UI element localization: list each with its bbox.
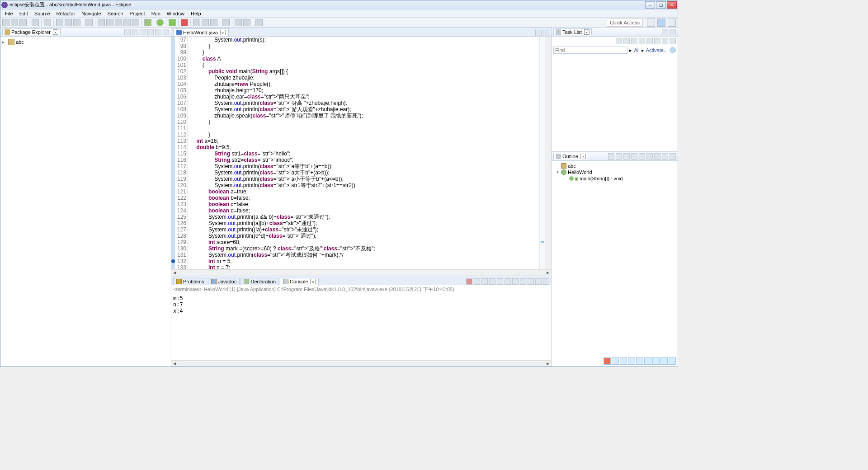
open-console-dd-icon[interactable]: [528, 278, 534, 285]
bookmark-icon[interactable]: [132, 19, 139, 26]
ime-comma-icon[interactable]: [628, 357, 635, 365]
forward-icon[interactable]: [243, 19, 250, 26]
hide-icon[interactable]: [654, 38, 660, 44]
editor-maximize-icon[interactable]: [543, 30, 549, 36]
line-number-ruler[interactable]: 9798991001011021031041051061071081091101…: [175, 37, 188, 269]
menu-run[interactable]: Run: [149, 10, 163, 17]
sync-icon[interactable]: [646, 38, 653, 44]
debug-icon[interactable]: [144, 19, 151, 26]
quick-access[interactable]: Quick Access: [607, 19, 643, 27]
outline-menu-icon[interactable]: [654, 153, 660, 160]
outline-class[interactable]: ▾ HelloWorld: [553, 169, 676, 175]
link-editor-icon[interactable]: [132, 29, 138, 35]
console-max-icon[interactable]: [543, 278, 549, 285]
menu-navigate[interactable]: Navigate: [79, 10, 104, 17]
hide-fields-icon[interactable]: [623, 153, 630, 160]
task-list-close-icon[interactable]: ×: [584, 29, 590, 35]
menu-window[interactable]: Window: [164, 10, 187, 17]
new-package-icon[interactable]: [73, 19, 80, 26]
editor-scrollbar-horizontal[interactable]: ◀ ▶: [171, 269, 551, 276]
marker-ruler[interactable]: [171, 37, 175, 269]
save-all-icon[interactable]: [19, 19, 27, 26]
hide-nonpublic-icon[interactable]: [639, 153, 645, 160]
minimize-button[interactable]: ─: [645, 1, 655, 9]
help-icon[interactable]: [670, 47, 676, 53]
console-scrollbar-horizontal[interactable]: ◀▶: [171, 360, 551, 367]
focus-task-icon[interactable]: [140, 29, 146, 35]
outline-tree[interactable]: abc ▾ HelloWorld s main(String[]) : void: [552, 161, 678, 367]
display-console-icon[interactable]: [520, 278, 526, 285]
new-java-icon[interactable]: [65, 19, 72, 26]
sort-icon[interactable]: [616, 153, 622, 160]
console-output[interactable]: m:5 n:7 x:4: [171, 294, 551, 360]
editor-tab-close-icon[interactable]: ×: [220, 30, 226, 35]
java-perspective-icon[interactable]: [657, 19, 665, 27]
skip-breakpoints-icon[interactable]: [56, 19, 63, 26]
maximize-button[interactable]: ▢: [656, 1, 666, 9]
view-menu-icon[interactable]: [147, 29, 154, 35]
pin-console-icon[interactable]: [512, 278, 519, 285]
activate-link[interactable]: Activate...: [646, 47, 668, 53]
refresh-icon[interactable]: [85, 19, 93, 26]
editor-scrollbar-vertical[interactable]: [545, 37, 551, 269]
console-close-icon[interactable]: ×: [310, 279, 316, 284]
build-icon[interactable]: [32, 19, 39, 26]
word-wrap-icon[interactable]: [505, 278, 511, 285]
categorize-icon[interactable]: [623, 38, 630, 44]
ime-kbd-icon[interactable]: [644, 357, 651, 365]
all-filter[interactable]: All: [634, 47, 639, 53]
menu-refactor[interactable]: Refactor: [54, 10, 78, 17]
ime-moon-icon[interactable]: [620, 357, 627, 365]
collapse-all-icon[interactable]: [124, 29, 131, 35]
outline-min-icon[interactable]: [662, 153, 668, 160]
sogou-icon[interactable]: [604, 357, 611, 365]
close-button[interactable]: ✕: [667, 1, 677, 9]
open-task-icon[interactable]: [202, 19, 209, 26]
save-icon[interactable]: [11, 19, 18, 26]
terminate-icon[interactable]: [466, 278, 472, 285]
run-icon[interactable]: [156, 19, 164, 26]
menu-file[interactable]: File: [2, 10, 16, 17]
console-min-icon[interactable]: [535, 278, 542, 285]
editor-tab-helloworld[interactable]: HelloWorld.java ×: [173, 28, 229, 36]
outline-close-icon[interactable]: ×: [580, 154, 586, 159]
tab-javadoc[interactable]: Javadoc: [208, 278, 240, 285]
ext-tools-icon[interactable]: [181, 19, 188, 26]
task-icon[interactable]: [123, 19, 131, 26]
ime-lang-icon[interactable]: [612, 357, 619, 365]
search-icon[interactable]: [106, 19, 113, 26]
tree-project-abc[interactable]: ▸ abc: [2, 38, 169, 46]
open-console-icon[interactable]: [44, 19, 51, 26]
open-type-icon[interactable]: [98, 19, 105, 26]
open-perspective-icon[interactable]: [647, 19, 655, 27]
tab-declaration[interactable]: Declaration: [241, 278, 279, 285]
remove-all-icon[interactable]: [481, 278, 488, 285]
menu-edit[interactable]: Edit: [17, 10, 31, 17]
back-icon[interactable]: [235, 19, 242, 26]
ime-mic-icon[interactable]: [636, 357, 643, 365]
tab-problems[interactable]: Problems: [173, 278, 207, 285]
menu-source[interactable]: Source: [32, 10, 53, 17]
collapse-icon[interactable]: [662, 38, 668, 44]
outline-method-main[interactable]: s main(String[]) : void: [553, 175, 676, 182]
overview-ruler[interactable]: [539, 37, 545, 269]
menu-search[interactable]: Search: [105, 10, 126, 17]
scroll-lock-icon[interactable]: [497, 278, 503, 285]
new-icon[interactable]: [2, 19, 9, 26]
new-task-icon[interactable]: [616, 38, 622, 44]
hide-local-icon[interactable]: [646, 153, 653, 160]
task-menu-icon[interactable]: [670, 38, 676, 44]
last-edit-icon[interactable]: [222, 19, 230, 26]
package-explorer-tree[interactable]: ▸ abc: [0, 37, 171, 367]
code-editor[interactable]: 9798991001011021031041051061071081091101…: [171, 37, 551, 269]
ime-tool-icon[interactable]: [660, 357, 668, 365]
focus-wk-icon[interactable]: [639, 38, 645, 44]
remove-launch-icon[interactable]: [474, 278, 480, 285]
hide-static-icon[interactable]: [631, 153, 637, 160]
ime-user-icon[interactable]: [652, 357, 660, 365]
menu-help[interactable]: Help: [188, 10, 204, 17]
minimize-view-icon[interactable]: [155, 29, 161, 35]
coverage-icon[interactable]: [169, 19, 176, 26]
debug-perspective-icon[interactable]: [668, 19, 676, 27]
focus-outline-icon[interactable]: [608, 153, 614, 160]
